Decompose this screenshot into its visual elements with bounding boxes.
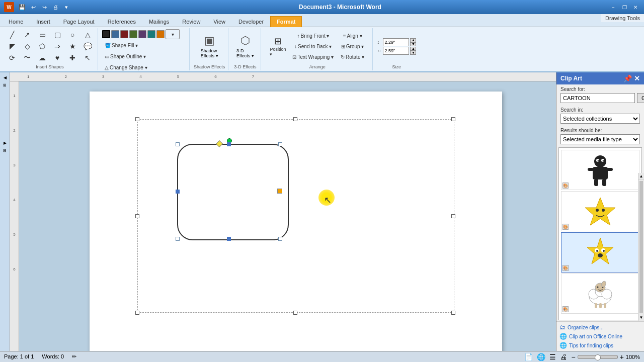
close-button[interactable]: ✕ bbox=[631, 3, 640, 11]
zoom-slider-track[interactable] bbox=[578, 355, 618, 359]
shadow-effects-btn[interactable]: ▣ ShadowEffects ▾ bbox=[197, 31, 222, 61]
save-button[interactable]: 💾 bbox=[17, 2, 27, 12]
swatch-red[interactable] bbox=[120, 30, 128, 38]
tips-link[interactable]: 🌐 Tips for finding clips bbox=[559, 342, 641, 349]
shape-triangle[interactable]: ◤ bbox=[5, 41, 19, 51]
shape-round-rect[interactable]: ▢ bbox=[50, 30, 64, 40]
fill-icon: 🪣 bbox=[105, 43, 111, 48]
change-shape-btn[interactable]: △ Change Shape ▾ bbox=[102, 62, 186, 72]
sidebar-btn-2[interactable]: ▶ bbox=[3, 140, 8, 146]
shape-line[interactable]: ╱ bbox=[5, 30, 19, 40]
shape-arrow[interactable]: ↗ bbox=[20, 30, 34, 40]
restore-button[interactable]: ❐ bbox=[620, 3, 629, 11]
shape-rect[interactable]: ▭ bbox=[35, 30, 49, 40]
print-button[interactable]: 🖨 bbox=[50, 2, 60, 12]
shape-more[interactable]: △ bbox=[80, 30, 95, 40]
send-back-btn[interactable]: ↓ Send to Back ▾ bbox=[290, 41, 336, 51]
style-more-btn[interactable]: ▾ bbox=[166, 29, 180, 39]
view-btn-outline[interactable]: ☰ bbox=[549, 353, 556, 361]
shape-oval[interactable]: ○ bbox=[65, 30, 79, 40]
clipart-item-3[interactable]: 🎨 bbox=[561, 232, 639, 273]
tab-mailings[interactable]: Mailings bbox=[142, 16, 176, 27]
redo-button[interactable]: ↪ bbox=[39, 2, 49, 12]
tab-view[interactable]: View bbox=[207, 16, 232, 27]
svg-point-10 bbox=[603, 160, 604, 161]
scroll-up-btn[interactable]: ▲ bbox=[638, 173, 644, 180]
height-spin-up[interactable]: ▲ bbox=[410, 47, 416, 51]
undo-button[interactable]: ↩ bbox=[28, 2, 38, 12]
panel-close-btn[interactable]: ✕ bbox=[634, 74, 640, 82]
view-btn-normal[interactable]: 📄 bbox=[524, 353, 533, 361]
shape-callout[interactable]: 💬 bbox=[80, 41, 95, 51]
height-input[interactable] bbox=[383, 47, 409, 55]
width-spin-up[interactable]: ▲ bbox=[410, 38, 416, 42]
handle-tl[interactable] bbox=[176, 142, 180, 146]
position-btn[interactable]: ⊞ Position ▾ bbox=[268, 33, 288, 59]
handle-br[interactable] bbox=[278, 237, 282, 241]
shape-heart[interactable]: ♥ bbox=[50, 53, 64, 63]
clipart-item-4[interactable]: 🎨 bbox=[561, 274, 639, 314]
rotate-btn[interactable]: ↻ Rotate ▾ bbox=[338, 52, 367, 62]
handle-tr[interactable] bbox=[278, 142, 282, 146]
shape-star[interactable]: ★ bbox=[65, 41, 79, 51]
clipart-item-1[interactable]: 🎨 bbox=[561, 150, 639, 190]
scroll-down-btn[interactable]: ▼ bbox=[638, 314, 644, 321]
swatch-blue[interactable] bbox=[111, 30, 119, 38]
zoom-out-btn[interactable]: − bbox=[571, 353, 575, 361]
online-clips-link[interactable]: 🌐 Clip art on Office Online bbox=[559, 333, 641, 340]
handle-bl[interactable] bbox=[176, 237, 180, 241]
swatch-purple[interactable] bbox=[138, 30, 146, 38]
group-btn[interactable]: ⊞ Group ▾ bbox=[338, 41, 367, 51]
panel-pin-btn[interactable]: 📌 bbox=[623, 74, 632, 82]
bring-front-btn[interactable]: ↑ Bring Front ▾ bbox=[290, 31, 336, 41]
clipart-item-2[interactable]: 🎨 bbox=[561, 191, 639, 231]
tab-insert[interactable]: Insert bbox=[30, 16, 57, 27]
zoom-slider-thumb[interactable] bbox=[595, 354, 601, 360]
customize-button[interactable]: ▾ bbox=[61, 2, 71, 12]
tab-page-layout[interactable]: Page Layout bbox=[57, 16, 101, 27]
tab-format[interactable]: Format bbox=[270, 16, 302, 27]
view-btn-print[interactable]: 🖨 bbox=[560, 353, 567, 361]
go-button[interactable]: Go bbox=[637, 93, 644, 103]
swatch-teal[interactable] bbox=[147, 30, 155, 38]
shape-cloud[interactable]: ☁ bbox=[35, 53, 49, 63]
organize-clips-link[interactable]: 🗂 Organize clips... bbox=[559, 324, 641, 331]
shape-diamond[interactable]: ◇ bbox=[20, 41, 34, 51]
shape-pentagon[interactable]: ⬠ bbox=[35, 41, 49, 51]
align-btn[interactable]: ≡ Align ▾ bbox=[338, 31, 367, 41]
shape-selection[interactable]: ↖ bbox=[80, 53, 95, 63]
minimize-button[interactable]: − bbox=[609, 3, 618, 11]
shape-fill-btn[interactable]: 🪣 Shape Fill ▾ bbox=[102, 40, 186, 50]
scroll-thumb[interactable] bbox=[639, 181, 643, 313]
shape-outline-btn[interactable]: ▭ Shape Outline ▾ bbox=[102, 51, 186, 61]
shape-freeform[interactable]: ⟳ bbox=[5, 53, 19, 63]
tab-review[interactable]: Review bbox=[176, 16, 207, 27]
handle-ml[interactable] bbox=[176, 190, 180, 194]
search-input[interactable] bbox=[560, 93, 635, 103]
swatch-orange[interactable] bbox=[156, 30, 165, 38]
tab-home[interactable]: Home bbox=[2, 16, 30, 27]
view-btn-web[interactable]: 🌐 bbox=[537, 353, 545, 361]
zoom-in-btn[interactable]: + bbox=[620, 353, 624, 361]
shape-arrow2[interactable]: ⇒ bbox=[50, 41, 64, 51]
handle-mr-special[interactable] bbox=[277, 189, 282, 194]
tab-developer[interactable]: Developer bbox=[232, 16, 270, 27]
sidebar-btn-3[interactable]: ⊟ bbox=[2, 147, 8, 154]
results-select[interactable]: Selected media file type All media types bbox=[560, 134, 640, 144]
width-input[interactable] bbox=[383, 38, 409, 46]
shape-cross[interactable]: ✚ bbox=[65, 53, 79, 63]
shape-curve[interactable]: 〜 bbox=[20, 53, 34, 63]
sidebar-toggle[interactable]: ◀ bbox=[3, 74, 8, 81]
height-spin-down[interactable]: ▼ bbox=[410, 51, 416, 55]
swatch-green[interactable] bbox=[129, 30, 137, 38]
tab-references[interactable]: References bbox=[101, 16, 142, 27]
handle-bc[interactable] bbox=[227, 237, 231, 241]
swatch-black[interactable] bbox=[102, 30, 110, 38]
3d-effects-btn[interactable]: ⬡ 3-DEffects ▾ bbox=[232, 31, 258, 61]
width-spin-down[interactable]: ▼ bbox=[410, 42, 416, 46]
handle-tc[interactable] bbox=[227, 142, 231, 146]
sidebar-btn-1[interactable]: ⊞ bbox=[2, 82, 8, 88]
track-icon[interactable]: ✏ bbox=[72, 353, 76, 360]
search-in-select[interactable]: Selected collections All collections bbox=[560, 114, 640, 124]
text-wrap-btn[interactable]: ⊡ Text Wrapping ▾ bbox=[290, 52, 336, 62]
